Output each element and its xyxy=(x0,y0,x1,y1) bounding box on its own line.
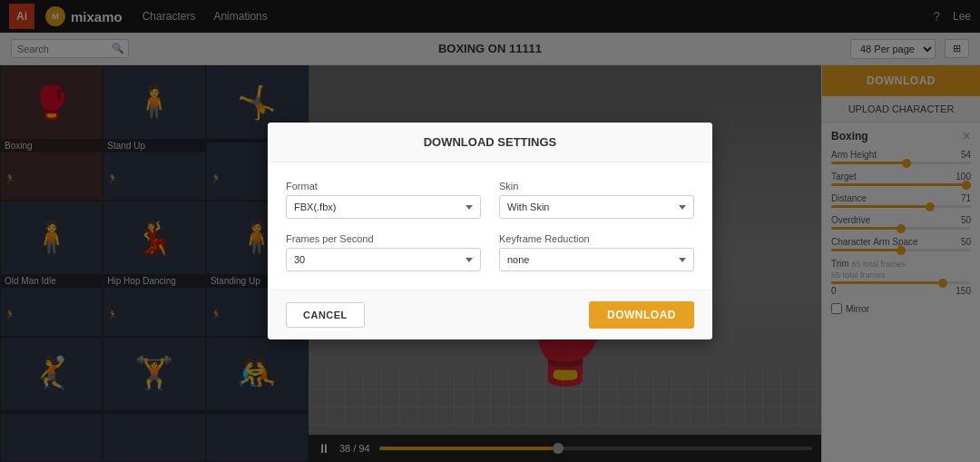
format-label: Format xyxy=(286,181,481,192)
modal-title: DOWNLOAD SETTINGS xyxy=(268,123,712,162)
skin-select[interactable]: With Skin Without Skin xyxy=(499,195,694,219)
download-settings-modal: DOWNLOAD SETTINGS Format FBX(.fbx) Colla… xyxy=(268,123,712,339)
fps-group: Frames per Second 24 30 60 xyxy=(286,233,481,271)
skin-label: Skin xyxy=(499,181,694,192)
skin-group: Skin With Skin Without Skin xyxy=(499,181,694,219)
modal-overlay[interactable]: DOWNLOAD SETTINGS Format FBX(.fbx) Colla… xyxy=(0,0,980,462)
format-select[interactable]: FBX(.fbx) Collada(.dae) BVH(.bvh) OBJ(.o… xyxy=(286,195,481,219)
modal-download-button[interactable]: DOWNLOAD xyxy=(589,301,694,329)
modal-footer: CANCEL DOWNLOAD xyxy=(268,290,712,339)
keyframe-group: Keyframe Reduction none uniform moderate… xyxy=(499,233,694,271)
keyframe-select[interactable]: none uniform moderate aggressive xyxy=(499,248,694,271)
cancel-button[interactable]: CANCEL xyxy=(286,302,365,328)
format-group: Format FBX(.fbx) Collada(.dae) BVH(.bvh)… xyxy=(286,181,481,219)
fps-select[interactable]: 24 30 60 xyxy=(286,248,481,271)
keyframe-label: Keyframe Reduction xyxy=(499,233,694,244)
modal-body: Format FBX(.fbx) Collada(.dae) BVH(.bvh)… xyxy=(268,162,712,290)
modal-form-grid: Format FBX(.fbx) Collada(.dae) BVH(.bvh)… xyxy=(286,181,694,271)
fps-label: Frames per Second xyxy=(286,233,481,244)
